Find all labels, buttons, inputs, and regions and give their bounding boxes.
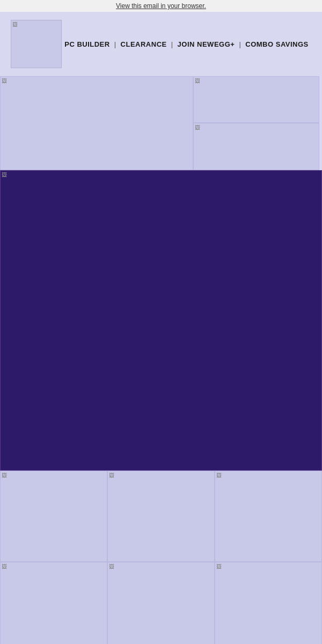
product-6-broken-icon: 🖼: [216, 564, 222, 569]
product-item-5[interactable]: 🖼: [107, 562, 215, 644]
nav-separator-3: |: [239, 40, 241, 48]
product-2-broken-icon: 🖼: [109, 472, 114, 478]
product-grid-row-1: 🖼 🖼 🖼: [0, 471, 322, 562]
nav-item-clearance[interactable]: CLEARANCE: [121, 40, 167, 48]
top-bar: View this email in your browser.: [0, 0, 322, 12]
banner-right-top-broken-icon: 🖼: [195, 78, 200, 84]
product-4-broken-icon: 🖼: [2, 564, 7, 569]
product-5-broken-icon: 🖼: [109, 564, 114, 569]
nav-item-combo-savings[interactable]: COMBO SAVINGS: [245, 40, 309, 48]
product-item-6[interactable]: 🖼: [215, 562, 322, 644]
banner-right-bottom-broken-icon: 🖼: [195, 125, 200, 130]
banner-left-image[interactable]: 🖼: [0, 76, 193, 170]
nav-item-join-newegg-plus[interactable]: JOIN NEWEGG+: [178, 40, 235, 48]
hero-banner[interactable]: 🖼: [0, 170, 322, 471]
hero-broken-icon: 🖼: [2, 172, 7, 178]
banner-section: 🖼 🖼 🖼: [0, 76, 322, 170]
header: 🖼 PC BUILDER | CLEARANCE | JOIN NEWEGG+ …: [0, 12, 322, 76]
banner-left-broken-icon: 🖼: [2, 78, 7, 84]
product-item-1[interactable]: 🖼: [0, 471, 107, 562]
product-item-2[interactable]: 🖼: [107, 471, 215, 562]
nav-item-pc-builder[interactable]: PC BUILDER: [64, 40, 109, 48]
logo: 🖼: [11, 20, 62, 68]
view-in-browser-link[interactable]: View this email in your browser.: [116, 2, 206, 10]
product-item-3[interactable]: 🖼: [215, 471, 322, 562]
product-grid-row-2: 🖼 🖼 🖼: [0, 562, 322, 644]
product-1-broken-icon: 🖼: [2, 472, 7, 478]
navigation: PC BUILDER | CLEARANCE | JOIN NEWEGG+ | …: [62, 40, 311, 48]
banner-right-bottom-image[interactable]: 🖼: [193, 123, 319, 170]
nav-separator-1: |: [114, 40, 116, 48]
banner-right-top-image[interactable]: 🖼: [193, 76, 319, 123]
product-3-broken-icon: 🖼: [216, 472, 222, 478]
product-item-4[interactable]: 🖼: [0, 562, 107, 644]
nav-separator-2: |: [171, 40, 173, 48]
logo-broken-image-icon: 🖼: [12, 21, 18, 27]
